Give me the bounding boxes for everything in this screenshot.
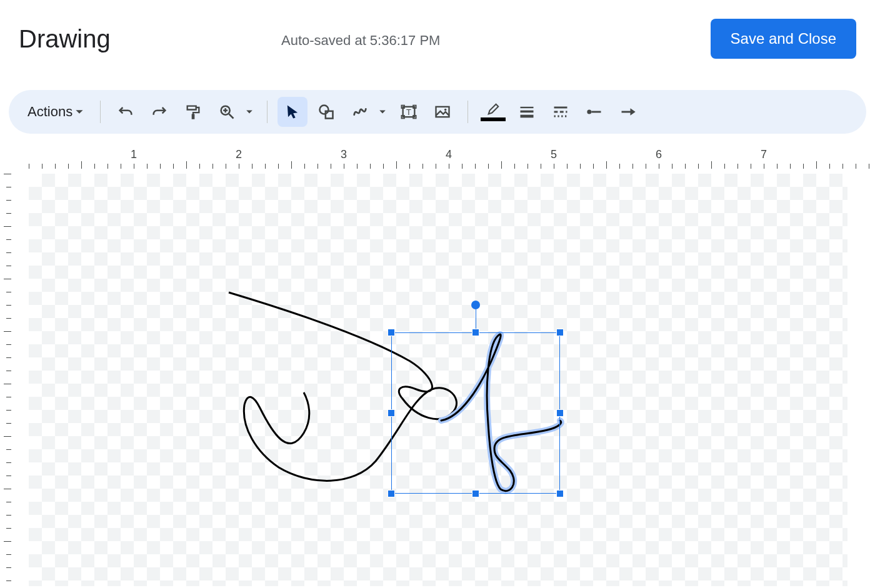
scribble-icon (351, 103, 369, 121)
toolbar: Actions T (9, 90, 866, 134)
textbox-tool-button[interactable]: T (394, 97, 424, 127)
zoom-button[interactable] (212, 97, 242, 127)
caret-down-icon (75, 107, 84, 116)
ruler-number: 6 (656, 148, 662, 161)
actions-menu-button[interactable]: Actions (21, 99, 90, 125)
resize-handle[interactable] (472, 329, 479, 336)
canvas-viewport[interactable] (11, 169, 875, 588)
rotation-handle[interactable] (471, 301, 480, 309)
line-start-icon (586, 103, 603, 121)
border-dash-button[interactable] (546, 97, 576, 127)
svg-point-13 (444, 109, 447, 111)
separator (100, 101, 101, 123)
border-color-swatch (481, 117, 506, 121)
selection-bounding-box[interactable] (391, 332, 560, 494)
scribble-tool-button[interactable] (345, 97, 375, 127)
resize-handle[interactable] (556, 329, 564, 336)
line-tool-control[interactable] (345, 97, 390, 127)
image-tool-button[interactable] (428, 97, 458, 127)
svg-rect-14 (521, 107, 534, 108)
undo-button[interactable] (111, 97, 141, 127)
resize-handle[interactable] (388, 409, 395, 417)
caret-down-icon (246, 108, 253, 116)
ruler-area: 1234567 (0, 146, 875, 588)
zoom-control[interactable] (212, 97, 257, 127)
svg-line-1 (229, 114, 234, 119)
border-color-button[interactable] (478, 97, 508, 127)
paint-format-button[interactable] (178, 97, 208, 127)
select-tool-button[interactable] (278, 97, 308, 127)
resize-handle[interactable] (556, 409, 564, 417)
textbox-icon: T (400, 103, 418, 121)
cursor-icon (284, 103, 301, 121)
shape-tool-button[interactable] (311, 97, 341, 127)
ruler-number: 7 (761, 148, 767, 161)
resize-handle[interactable] (472, 490, 479, 497)
save-and-close-button[interactable]: Save and Close (711, 19, 856, 59)
vertical-ruler (0, 169, 11, 588)
header: Drawing Auto-saved at 5:36:17 PM Save an… (0, 0, 875, 71)
zoom-icon (218, 103, 236, 121)
zoom-dropdown[interactable] (242, 108, 257, 116)
ruler-number: 2 (236, 148, 242, 161)
actions-label: Actions (28, 104, 72, 120)
line-end-icon (619, 103, 637, 121)
caret-down-icon (379, 108, 386, 116)
undo-icon (117, 103, 134, 121)
ruler-number: 4 (446, 148, 452, 161)
ruler-number: 3 (341, 148, 347, 161)
resize-handle[interactable] (388, 490, 395, 497)
svg-rect-15 (521, 111, 534, 113)
svg-rect-12 (436, 107, 449, 117)
line-weight-icon (518, 103, 536, 121)
autosave-status: Auto-saved at 5:36:17 PM (281, 32, 440, 49)
svg-point-20 (587, 110, 591, 114)
shape-icon (318, 103, 335, 121)
ruler-number: 1 (131, 148, 137, 161)
line-end-button[interactable] (613, 97, 643, 127)
image-icon (434, 103, 451, 121)
line-tool-dropdown[interactable] (375, 108, 390, 116)
redo-button[interactable] (144, 97, 174, 127)
page-title: Drawing (19, 25, 111, 53)
svg-rect-16 (521, 115, 534, 118)
svg-point-4 (320, 106, 329, 114)
border-weight-button[interactable] (512, 97, 542, 127)
ruler-number: 5 (551, 148, 557, 161)
redo-icon (151, 103, 168, 121)
horizontal-ruler: 1234567 (0, 146, 875, 169)
drawing-canvas[interactable] (29, 174, 848, 586)
paint-roller-icon (184, 103, 202, 121)
line-dash-icon (552, 103, 569, 121)
resize-handle[interactable] (388, 329, 395, 336)
resize-handle[interactable] (556, 490, 564, 497)
pencil-icon (486, 102, 501, 116)
svg-text:T: T (406, 107, 411, 117)
line-start-button[interactable] (579, 97, 609, 127)
separator (468, 101, 468, 123)
separator (267, 101, 268, 123)
